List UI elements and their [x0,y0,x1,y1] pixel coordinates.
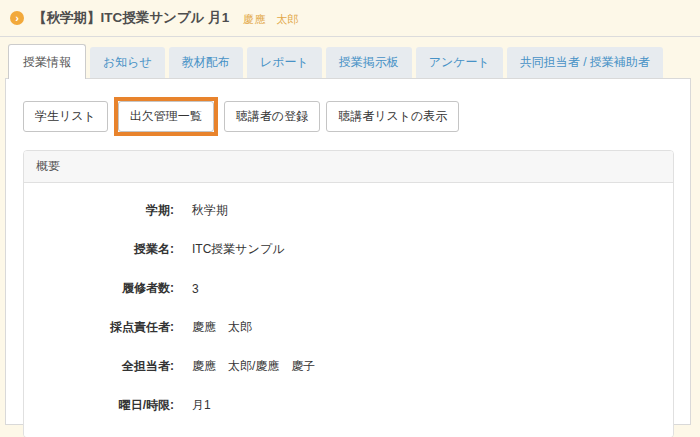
auditor-registration-button[interactable]: 聴講者の登録 [224,101,320,132]
page-header: › 【秋学期】ITC授業サンプル 月1 慶應 太郎 [0,0,700,37]
tab-reports[interactable]: レポート [247,47,322,78]
overview-row-grading-manager: 採点責任者: 慶應 太郎 [24,308,673,347]
overview-panel: 概要 学期: 秋学期 授業名: ITC授業サンプル 履修者数: 3 採点責任者:… [23,150,674,437]
tab-survey[interactable]: アンケート [416,47,503,78]
overview-panel-header: 概要 [24,151,673,183]
overview-row-day-period: 曜日/時限: 月1 [24,386,673,425]
row-value: 3 [192,282,199,296]
tab-course-info[interactable]: 授業情報 [8,44,86,79]
row-value: ITC授業サンプル [192,241,284,258]
row-label: 採点責任者: [24,319,174,336]
tab-bar: 授業情報 お知らせ 教材配布 レポート 授業掲示板 アンケート 共同担当者 / … [0,44,700,78]
overview-row-enrolled-count: 履修者数: 3 [24,269,673,308]
auditor-list-button[interactable]: 聴講者リストの表示 [326,101,459,132]
overview-row-semester: 学期: 秋学期 [24,191,673,230]
overview-row-all-instructors: 全担当者: 慶應 太郎/慶應 慶子 [24,347,673,386]
row-label: 履修者数: [24,280,174,297]
row-label: 曜日/時限: [24,397,174,414]
tab-class-board[interactable]: 授業掲示板 [326,47,412,78]
overview-row-course-name: 授業名: ITC授業サンプル [24,230,673,269]
highlight-box: 出欠管理一覧 [114,97,218,136]
attendance-management-button[interactable]: 出欠管理一覧 [118,101,214,132]
tab-materials[interactable]: 教材配布 [169,47,243,78]
page-title: 【秋学期】ITC授業サンプル 月1 [33,9,229,27]
tab-co-instructors[interactable]: 共同担当者 / 授業補助者 [507,47,663,78]
row-label: 学期: [24,202,174,219]
instructor-name: 慶應 太郎 [243,10,298,27]
row-value: 慶應 太郎 [192,319,252,336]
row-label: 授業名: [24,241,174,258]
overview-panel-body: 学期: 秋学期 授業名: ITC授業サンプル 履修者数: 3 採点責任者: 慶應… [24,183,673,437]
row-value: 慶應 太郎/慶應 慶子 [192,358,315,375]
row-value: 秋学期 [192,202,228,219]
content-panel: 学生リスト 出欠管理一覧 聴講者の登録 聴講者リストの表示 概要 学期: 秋学期… [5,78,691,425]
toolbar: 学生リスト 出欠管理一覧 聴講者の登録 聴講者リストの表示 [6,79,690,136]
student-list-button[interactable]: 学生リスト [23,101,108,132]
row-label: 全担当者: [24,358,174,375]
bullet-arrow-icon: › [10,11,24,25]
tab-announcements[interactable]: お知らせ [90,47,165,78]
row-value: 月1 [192,397,211,414]
